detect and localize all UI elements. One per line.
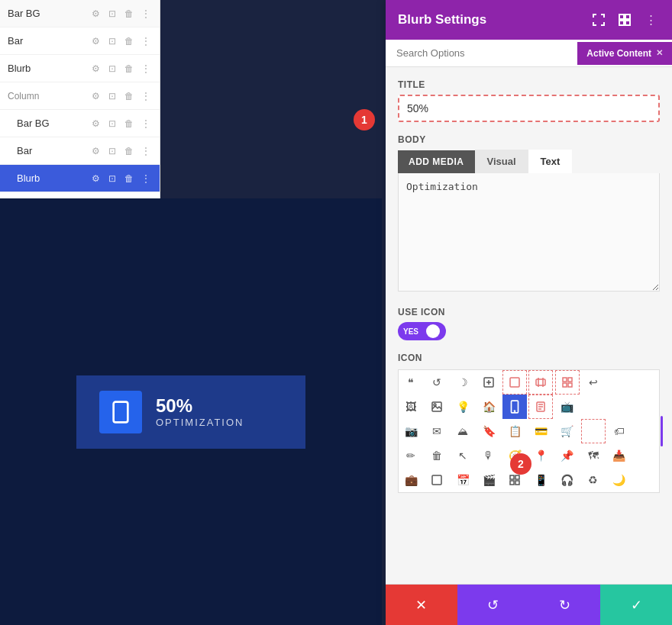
settings-icon[interactable]: ⚙ xyxy=(89,35,102,47)
settings-icon[interactable]: ⚙ xyxy=(89,8,102,20)
icon-cell[interactable]: 🎬 xyxy=(477,468,501,492)
search-input[interactable] xyxy=(386,40,577,66)
icon-cell[interactable]: 📺 xyxy=(555,395,580,419)
icon-cell[interactable]: ↩ xyxy=(581,370,606,395)
icon-cell[interactable] xyxy=(425,468,449,492)
icon-cell[interactable]: 🌙 xyxy=(607,468,632,492)
delete-icon[interactable]: 🗑 xyxy=(123,63,135,75)
icon-cell[interactable]: 🎙 xyxy=(477,443,501,468)
svg-rect-10 xyxy=(536,379,545,385)
icon-cell[interactable]: 🏷 xyxy=(607,419,632,443)
duplicate-icon[interactable]: ⊡ xyxy=(106,118,118,130)
more-options-icon[interactable]: ⋮ xyxy=(641,11,660,29)
svg-rect-13 xyxy=(563,378,567,382)
icon-cell[interactable] xyxy=(581,419,606,443)
delete-icon[interactable]: 🗑 xyxy=(123,172,135,185)
more-icon[interactable]: ⋮ xyxy=(140,35,152,47)
icon-cell[interactable]: 🏠 xyxy=(477,395,501,419)
icon-cell[interactable]: 🔖 xyxy=(477,419,501,443)
icon-cell[interactable] xyxy=(528,395,553,419)
title-input[interactable] xyxy=(398,95,660,122)
body-field-group: Body ADD MEDIA Visual Text Optimization xyxy=(398,134,660,295)
icon-cell[interactable]: 📌 xyxy=(555,443,580,468)
tab-text[interactable]: Text xyxy=(528,150,573,173)
settings-icon[interactable]: ⚙ xyxy=(89,90,102,102)
icon-cell[interactable] xyxy=(555,370,580,395)
use-icon-toggle[interactable]: YES xyxy=(398,322,446,340)
icon-cell[interactable]: 🖼 xyxy=(399,395,423,419)
icon-cell[interactable]: 📅 xyxy=(451,468,475,492)
icon-cell[interactable]: ✏ xyxy=(399,443,423,468)
icon-cell[interactable]: 📍 xyxy=(528,443,553,468)
layer-label: Bar xyxy=(8,35,89,47)
icon-cell[interactable]: 🗑 xyxy=(425,443,449,468)
duplicate-icon[interactable]: ⊡ xyxy=(106,35,118,47)
more-icon[interactable]: ⋮ xyxy=(140,145,152,157)
icon-cell[interactable]: 📱 xyxy=(528,468,553,492)
icon-cell[interactable]: ✉ xyxy=(425,419,449,443)
icon-cell[interactable]: 💳 xyxy=(528,419,553,443)
more-icon[interactable]: ⋮ xyxy=(140,172,152,185)
undo-icon: ↺ xyxy=(487,597,499,614)
icon-cell[interactable]: ↺ xyxy=(425,370,449,395)
icon-cell[interactable]: ↖ xyxy=(451,443,475,468)
delete-icon[interactable]: 🗑 xyxy=(123,145,135,157)
settings-icon[interactable]: ⚙ xyxy=(89,63,102,75)
settings-icon[interactable]: ⚙ xyxy=(89,172,102,185)
icon-cell[interactable]: 🎧 xyxy=(555,468,580,492)
icon-cell[interactable]: 💼 xyxy=(399,468,423,492)
grid-icon[interactable] xyxy=(615,11,634,29)
icon-scrollbar[interactable] xyxy=(661,416,663,446)
more-icon[interactable]: ⋮ xyxy=(140,90,152,102)
close-active-content-icon[interactable]: ✕ xyxy=(656,48,663,58)
icon-cell[interactable]: ⛰ xyxy=(451,419,475,443)
layer-row-blurb-1[interactable]: Blurb ⚙ ⊡ 🗑 ⋮ xyxy=(0,55,160,82)
more-icon[interactable]: ⋮ xyxy=(140,8,152,20)
layer-row-bar-2[interactable]: Bar ⚙ ⊡ 🗑 ⋮ xyxy=(0,137,160,165)
confirm-button[interactable]: ✓ xyxy=(600,585,672,625)
svg-rect-15 xyxy=(563,383,567,387)
settings-icon[interactable]: ⚙ xyxy=(89,145,102,157)
active-content-button[interactable]: Active Content ✕ xyxy=(577,42,672,65)
icon-cell[interactable] xyxy=(425,395,449,419)
settings-icon[interactable]: ⚙ xyxy=(89,118,102,130)
delete-icon[interactable]: 🗑 xyxy=(123,118,135,130)
undo-button[interactable]: ↺ xyxy=(457,585,529,625)
icon-cell[interactable] xyxy=(477,370,501,395)
delete-icon[interactable]: 🗑 xyxy=(123,8,135,20)
duplicate-icon[interactable]: ⊡ xyxy=(106,145,118,157)
icon-cell[interactable] xyxy=(502,370,527,395)
layer-row-bar-bg-2[interactable]: Bar BG ⚙ ⊡ 🗑 ⋮ xyxy=(0,110,160,137)
redo-button[interactable]: ↻ xyxy=(529,585,601,625)
more-icon[interactable]: ⋮ xyxy=(140,63,152,75)
layer-row-bar-1[interactable]: Bar ⚙ ⊡ 🗑 ⋮ xyxy=(0,27,160,55)
fullscreen-icon[interactable] xyxy=(590,11,608,29)
duplicate-icon[interactable]: ⊡ xyxy=(106,172,118,185)
icon-cell[interactable]: 🗺 xyxy=(581,443,606,468)
icon-cell[interactable]: ☽ xyxy=(451,370,475,395)
layer-row-blurb-2[interactable]: Blurb ⚙ ⊡ 🗑 ⋮ xyxy=(0,165,160,192)
more-icon[interactable]: ⋮ xyxy=(140,118,152,130)
svg-rect-27 xyxy=(515,475,519,479)
icon-cell[interactable]: 📋 xyxy=(502,419,527,443)
add-media-button[interactable]: ADD MEDIA xyxy=(398,150,475,173)
delete-icon[interactable]: 🗑 xyxy=(123,90,135,102)
duplicate-icon[interactable]: ⊡ xyxy=(106,90,118,102)
icon-cell[interactable]: 📷 xyxy=(399,419,423,443)
body-textarea[interactable]: Optimization xyxy=(398,173,660,292)
icon-cell-selected[interactable] xyxy=(502,395,527,419)
cancel-button[interactable]: ✕ xyxy=(386,585,457,625)
icon-cell[interactable]: 📥 xyxy=(607,443,632,468)
delete-icon[interactable]: 🗑 xyxy=(123,35,135,47)
layer-label: Column xyxy=(8,91,89,101)
tab-visual[interactable]: Visual xyxy=(475,150,528,173)
icon-cell[interactable] xyxy=(528,370,553,395)
layer-row-bar-bg-1[interactable]: Bar BG ⚙ ⊡ 🗑 ⋮ xyxy=(0,0,160,27)
duplicate-icon[interactable]: ⊡ xyxy=(106,8,118,20)
icon-cell[interactable]: 🛒 xyxy=(555,419,580,443)
icon-cell[interactable]: ❝ xyxy=(399,370,423,395)
layer-row-column[interactable]: Column ⚙ ⊡ 🗑 ⋮ xyxy=(0,82,160,110)
icon-cell[interactable]: 💡 xyxy=(451,395,475,419)
icon-cell[interactable]: ♻ xyxy=(581,468,606,492)
duplicate-icon[interactable]: ⊡ xyxy=(106,63,118,75)
